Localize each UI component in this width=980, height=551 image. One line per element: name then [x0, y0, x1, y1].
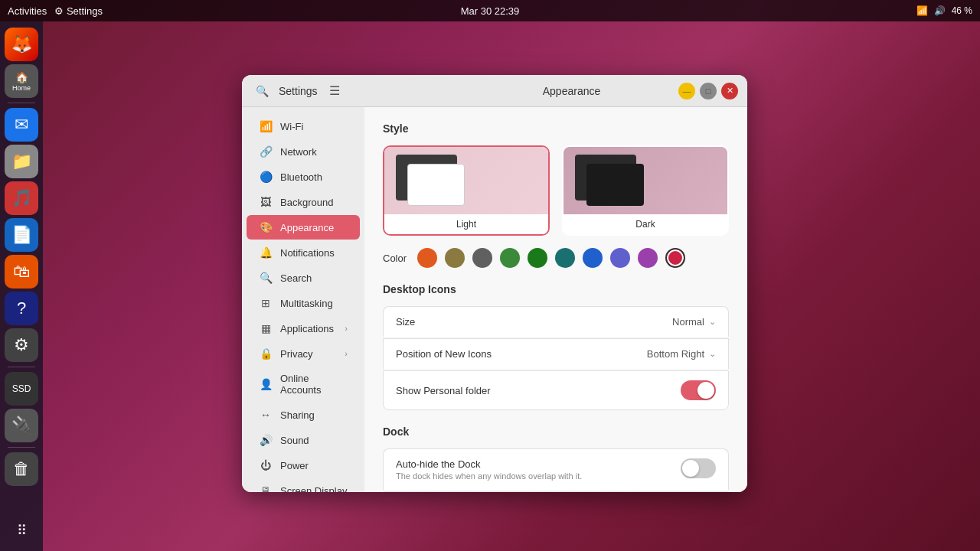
- sidebar-item-online-accounts[interactable]: 👤 Online Accounts: [247, 367, 360, 402]
- minimize-button[interactable]: —: [678, 83, 695, 99]
- size-label: Size: [396, 316, 415, 328]
- battery-indicator: 46 %: [952, 5, 972, 16]
- dark-window-front: [586, 164, 644, 206]
- taskbar-libreoffice[interactable]: 📄: [5, 218, 38, 252]
- search-sidebar-icon: 🔍: [259, 272, 273, 284]
- taskbar-home[interactable]: 🏠 Home: [5, 64, 38, 98]
- color-label: Color: [383, 253, 407, 264]
- autohide-knob: [682, 460, 699, 477]
- color-green[interactable]: [528, 248, 547, 268]
- sidebar-label-wifi: Wi-Fi: [280, 121, 303, 132]
- taskbar-usb[interactable]: 🔌: [5, 409, 38, 442]
- dark-label: Dark: [564, 214, 727, 234]
- taskbar-appstore[interactable]: 🛍: [5, 255, 38, 289]
- sidebar-label-bluetooth: Bluetooth: [280, 171, 322, 183]
- sidebar-label-screen-display: Screen Display: [280, 485, 347, 493]
- color-red[interactable]: [665, 248, 685, 268]
- taskbar: 🦊 🏠 Home ✉ 📁 🎵 📄 🛍 ? ⚙ SSD 🔌 🗑 ⠿: [0, 21, 43, 551]
- sidebar-item-sharing[interactable]: ↔ Sharing: [247, 403, 360, 427]
- sidebar-item-network[interactable]: 🔗 Network: [247, 139, 360, 164]
- window-controls: — □ ✕: [678, 83, 738, 99]
- sidebar-item-screen-display[interactable]: 🖥 Screen Display: [247, 478, 360, 492]
- taskbar-files[interactable]: 📁: [5, 145, 38, 178]
- applications-arrow: ›: [345, 324, 348, 333]
- sidebar-label-applications: Applications: [280, 323, 334, 334]
- sidebar-label-notifications: Notifications: [280, 247, 335, 259]
- color-lavender[interactable]: [610, 248, 630, 268]
- main-content: Style Light Dark: [364, 107, 747, 492]
- content-title: Appearance: [543, 85, 601, 97]
- light-preview: [384, 147, 548, 214]
- sidebar-item-background[interactable]: 🖼 Background: [247, 190, 360, 214]
- sidebar: 📶 Wi-Fi 🔗 Network 🔵 Bluetooth 🖼 Backgrou…: [242, 107, 364, 492]
- sidebar-label-multitasking: Multitasking: [280, 298, 333, 309]
- style-card-light[interactable]: Light: [383, 145, 550, 236]
- size-dropdown[interactable]: Normal ⌄: [672, 316, 716, 328]
- dock-section: Dock Auto-hide the Dock The dock hides w…: [383, 425, 729, 492]
- sidebar-label-sound: Sound: [280, 435, 309, 446]
- autohide-sublabel: The dock hides when any windows overlap …: [396, 471, 582, 481]
- taskbar-radio[interactable]: 🎵: [5, 181, 38, 215]
- search-button[interactable]: 🔍: [251, 80, 273, 102]
- hamburger-button[interactable]: ☰: [324, 80, 345, 102]
- light-label: Light: [384, 214, 548, 234]
- color-gray[interactable]: [472, 248, 492, 268]
- taskbar-settings[interactable]: ⚙: [5, 328, 38, 362]
- color-purple[interactable]: [638, 248, 658, 268]
- show-personal-toggle[interactable]: [681, 380, 716, 400]
- desktop-icons-title: Desktop Icons: [383, 283, 729, 295]
- topbar: Activities ⚙ Settings Mar 30 22:39 📶 🔊 4…: [0, 0, 980, 21]
- show-personal-label: Show Personal folder: [396, 385, 491, 396]
- color-blue[interactable]: [583, 248, 603, 268]
- sidebar-item-notifications[interactable]: 🔔 Notifications: [247, 240, 360, 265]
- sharing-sidebar-icon: ↔: [259, 409, 273, 421]
- taskbar-email[interactable]: ✉: [5, 108, 38, 142]
- sound-icon: 🔊: [934, 5, 946, 16]
- autohide-content: Auto-hide the Dock The dock hides when a…: [396, 458, 582, 481]
- sidebar-label-network: Network: [280, 146, 317, 158]
- sidebar-item-power[interactable]: ⏻ Power: [247, 453, 360, 478]
- sidebar-item-applications[interactable]: ▦ Applications ›: [247, 316, 360, 341]
- position-dropdown[interactable]: Bottom Right ⌄: [647, 348, 716, 360]
- color-teal[interactable]: [555, 248, 575, 268]
- taskbar-help[interactable]: ?: [5, 292, 38, 325]
- sidebar-item-privacy[interactable]: 🔒 Privacy ›: [247, 341, 360, 366]
- wifi-icon: 📶: [916, 5, 928, 16]
- activities-button[interactable]: Activities: [8, 5, 47, 17]
- taskbar-divider-1: [8, 103, 35, 103]
- sidebar-item-wifi[interactable]: 📶 Wi-Fi: [247, 114, 360, 139]
- sidebar-label-appearance: Appearance: [280, 222, 334, 233]
- sidebar-item-multitasking[interactable]: ⊞ Multitasking: [247, 291, 360, 315]
- dock-title: Dock: [383, 425, 729, 438]
- privacy-sidebar-icon: 🔒: [259, 347, 273, 360]
- taskbar-ssd[interactable]: SSD: [5, 372, 38, 406]
- color-light-green[interactable]: [500, 248, 520, 268]
- network-sidebar-icon: 🔗: [259, 145, 273, 158]
- show-personal-row: Show Personal folder: [383, 370, 729, 410]
- taskbar-app-grid[interactable]: ⠿: [17, 522, 27, 539]
- panel-mode-row: Panel mode The dock extends to the scree…: [383, 491, 729, 492]
- notifications-sidebar-icon: 🔔: [259, 246, 273, 259]
- sidebar-label-online-accounts: Online Accounts: [280, 373, 348, 396]
- settings-window: 🔍 Settings ☰ Appearance — □ ✕ 📶 Wi-Fi 🔗 …: [242, 75, 747, 492]
- power-sidebar-icon: ⏻: [259, 459, 273, 471]
- autohide-toggle[interactable]: [681, 458, 716, 478]
- privacy-arrow: ›: [345, 349, 348, 358]
- sidebar-item-bluetooth[interactable]: 🔵 Bluetooth: [247, 165, 360, 189]
- appearance-sidebar-icon: 🎨: [259, 221, 273, 233]
- sidebar-item-sound[interactable]: 🔊 Sound: [247, 428, 360, 452]
- style-card-dark[interactable]: Dark: [562, 145, 729, 236]
- sidebar-item-appearance[interactable]: 🎨 Appearance: [247, 215, 360, 240]
- screen-display-sidebar-icon: 🖥: [259, 484, 273, 492]
- color-orange[interactable]: [417, 248, 437, 268]
- taskbar-trash[interactable]: 🗑: [5, 452, 38, 486]
- online-accounts-sidebar-icon: 👤: [259, 378, 273, 390]
- maximize-button[interactable]: □: [700, 83, 717, 99]
- color-olive[interactable]: [445, 248, 465, 268]
- taskbar-firefox[interactable]: 🦊: [5, 28, 38, 61]
- background-sidebar-icon: 🖼: [259, 196, 273, 208]
- sidebar-item-search[interactable]: 🔍 Search: [247, 266, 360, 290]
- close-button[interactable]: ✕: [721, 83, 738, 99]
- size-value: Normal: [672, 316, 704, 328]
- wifi-sidebar-icon: 📶: [259, 120, 273, 132]
